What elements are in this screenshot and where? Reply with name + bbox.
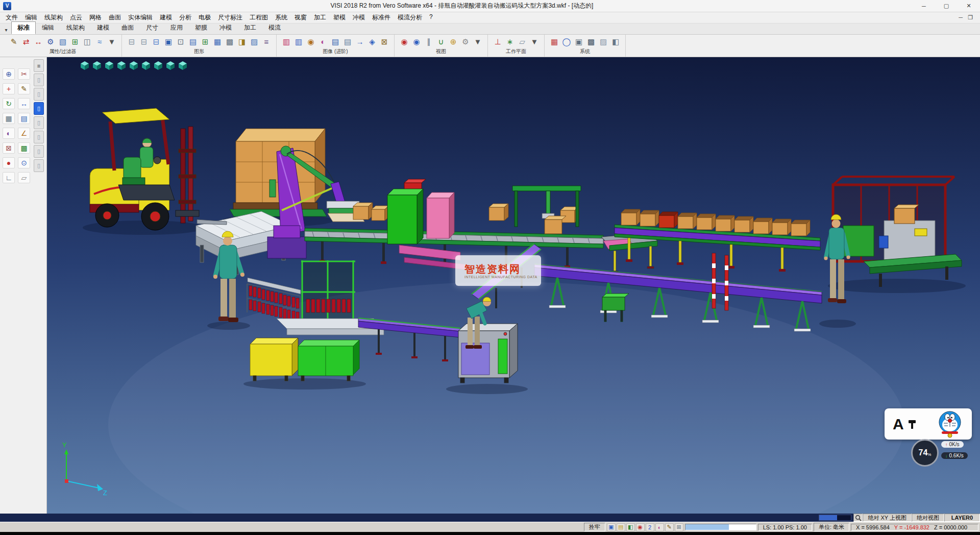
workplane-dropdown-icon[interactable]: ▼ (528, 35, 541, 48)
target-view-icon[interactable]: ⊕ (447, 35, 459, 48)
layer-indicator[interactable]: LAYER0 (944, 514, 980, 522)
units-indicator[interactable]: 单位: 毫米 (814, 523, 849, 531)
match-properties-icon[interactable]: ⇄ (20, 35, 32, 48)
3d-viewport[interactable]: Y Z (47, 57, 980, 514)
iso-view-cube-icon[interactable] (129, 60, 139, 70)
color-swatch-icon[interactable]: ▦ (548, 35, 560, 48)
ribbon-tab[interactable]: 编辑 (36, 21, 60, 34)
viewport-menu-icon[interactable]: ≡ (34, 59, 44, 72)
view-dropdown-icon[interactable]: ▼ (472, 35, 484, 48)
graphics-grid-icon[interactable]: ▦ (211, 35, 224, 48)
ribbon-tab[interactable]: 加工 (238, 21, 262, 34)
menu-item[interactable]: 塑模 (330, 12, 349, 23)
texture-icon[interactable]: ▨ (597, 35, 609, 48)
status-counter[interactable]: 2 (646, 523, 654, 531)
note-icon[interactable]: ▱ (18, 172, 30, 183)
ribbon-tab[interactable]: 曲面 (115, 21, 140, 34)
status-grid-icon[interactable]: ⊞ (675, 523, 683, 531)
status-annotate-icon[interactable]: ✎ (665, 523, 674, 531)
ribbon-tab[interactable]: 建模 (91, 21, 115, 34)
view-mode-indicator[interactable]: 绝对 XY 上视图 (863, 514, 912, 522)
palette-icon[interactable]: ◐ (317, 35, 329, 48)
render-film-icon[interactable]: ▥ (280, 35, 292, 48)
export-arrow-icon[interactable]: → (354, 35, 366, 48)
matrix-icon[interactable]: ▩ (585, 35, 597, 48)
trim-icon[interactable]: ✂ (18, 68, 30, 80)
menu-item[interactable]: 加工 (310, 12, 330, 23)
edit-properties-icon[interactable]: ✎ (8, 35, 20, 48)
layer-panel-icon[interactable]: ◫ (81, 35, 93, 48)
mirror-icon[interactable]: ◐ (3, 128, 15, 139)
zoom-select-icon[interactable]: ⊕ (3, 68, 15, 80)
ribbon-tab[interactable]: 塑膜 (189, 21, 213, 34)
workplane-icon[interactable]: ▱ (516, 35, 528, 48)
view-front-icon[interactable]: ◉ (398, 35, 410, 48)
status-file-icon[interactable]: ▤ (617, 523, 625, 531)
magnifier-icon[interactable] (853, 514, 863, 522)
title-bar[interactable]: V VISI 2018 R2 from Vero Software x64 - … (0, 0, 980, 12)
ribbon-tab[interactable]: 应用 (164, 21, 189, 34)
status-record-icon[interactable]: ◉ (636, 523, 645, 531)
workplane-star-icon[interactable]: ∗ (504, 35, 516, 48)
mdi-restore-button[interactable]: ❐ (968, 14, 973, 21)
maximize-button[interactable]: ▢ (935, 0, 958, 12)
ribbon-tab[interactable]: 线架构 (60, 21, 91, 34)
image-copy-icon[interactable]: ▤ (341, 35, 354, 48)
tab-dropdown-icon[interactable]: ▾ (1, 27, 11, 34)
snap-point-icon[interactable]: + (3, 83, 15, 94)
wave-filter-icon[interactable]: ≈ (93, 35, 106, 48)
clipboard-handle-icon[interactable]: ▯ (34, 88, 44, 101)
menu-item[interactable]: 模流分析 (394, 12, 426, 23)
shaded-cube-icon[interactable]: ◈ (366, 35, 378, 48)
point-icon[interactable]: ● (3, 157, 15, 168)
camera-icon[interactable]: ◉ (305, 35, 317, 48)
clipboard-handle-icon[interactable]: ▯ (34, 116, 44, 129)
clipboard-handle-icon[interactable]: ▯ (34, 131, 44, 143)
clipboard-handle-icon[interactable]: ▯ (34, 145, 44, 158)
status-palette-icon[interactable]: ◐ (655, 523, 664, 531)
clipboard-handle-icon[interactable]: ▯ (34, 159, 44, 172)
fill-icon[interactable]: ▩ (18, 142, 30, 154)
status-display-icon[interactable]: ▣ (607, 523, 616, 531)
iso-view-cube-icon[interactable] (104, 60, 114, 70)
graphics-table-icon[interactable]: ▩ (224, 35, 236, 48)
status-capture-icon[interactable]: ◧ (626, 523, 635, 531)
ribbon-tab[interactable]: 冲模 (213, 21, 238, 34)
menu-item[interactable]: ? (426, 12, 436, 23)
filter-hatch-icon[interactable]: ▧ (57, 35, 69, 48)
db-cylinder-icon[interactable]: ⊟ (126, 35, 138, 48)
menu-item[interactable]: 标准件 (369, 12, 394, 23)
control-cabinets[interactable] (250, 338, 359, 381)
ime-tool-icon[interactable] (907, 419, 917, 430)
iso-view-cube-icon[interactable] (178, 60, 188, 70)
sketch-icon[interactable]: ✎ (18, 83, 30, 94)
center-snap-icon[interactable]: ⊙ (18, 157, 30, 168)
workplane-axis-icon[interactable]: ⊥ (492, 35, 504, 48)
render-color-icon[interactable]: ▥ (292, 35, 305, 48)
ime-overlay-card[interactable]: A (885, 408, 972, 440)
capper-machine[interactable] (458, 324, 518, 383)
close-button[interactable]: ✕ (958, 0, 980, 12)
globe-icon[interactable]: ◯ (560, 35, 573, 48)
absolute-view-indicator[interactable]: 绝对视图 (912, 514, 944, 522)
lock-toggle[interactable]: 拴牢 (584, 523, 605, 531)
abacus-icon[interactable]: ≡ (260, 35, 273, 48)
graphics-add-icon[interactable]: ⊞ (199, 35, 211, 48)
graphics-hatch-icon[interactable]: ▨ (248, 35, 260, 48)
image-doc-icon[interactable]: ▤ (329, 35, 341, 48)
magnet-snap-icon[interactable]: ∪ (435, 35, 447, 48)
minimize-button[interactable]: ─ (913, 0, 935, 12)
db-cylinder3-icon[interactable]: ⊟ (150, 35, 162, 48)
iso-view-cube-icon[interactable] (116, 60, 127, 70)
view-gear-icon[interactable]: ⚙ (459, 35, 472, 48)
download-progress-circle[interactable]: 74% (911, 439, 939, 467)
clipboard-handle-icon[interactable]: ▯ (34, 74, 44, 86)
slanted-plane-icon[interactable]: ◧ (609, 35, 622, 48)
mdi-minimize-button[interactable]: ─ (959, 14, 963, 21)
angle-icon[interactable]: ∠ (18, 128, 30, 139)
ribbon-tab[interactable]: 标准 (11, 21, 36, 34)
iso-view-cube-icon[interactable] (80, 60, 90, 70)
ime-letter[interactable]: A (893, 416, 904, 433)
iso-view-cube-icon[interactable] (141, 60, 151, 70)
ribbon-tab[interactable]: 模流 (262, 21, 287, 34)
